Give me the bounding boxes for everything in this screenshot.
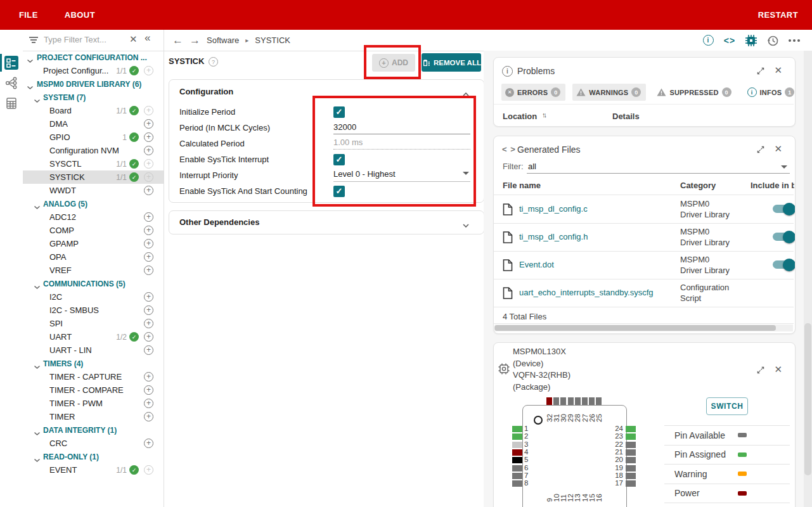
add-instance-icon[interactable]: + xyxy=(144,305,153,315)
tree-item-sysctl[interactable]: SYSCTL1/1✓+ xyxy=(23,157,164,170)
tree-item-timer-capture[interactable]: TIMER - CAPTURE+ xyxy=(23,370,164,383)
restart-button[interactable]: RESTART xyxy=(758,10,798,20)
tree-item-wwdt[interactable]: WWDT+ xyxy=(23,184,164,197)
checkbox-checked[interactable]: ✓ xyxy=(333,106,345,118)
tree-item-timer[interactable]: TIMER+ xyxy=(23,410,164,423)
tree-section-read-only-1[interactable]: READ-ONLY (1) xyxy=(23,450,164,463)
software-view-icon[interactable] xyxy=(4,56,18,70)
add-instance-icon[interactable]: + xyxy=(144,385,153,395)
add-instance-icon[interactable]: + xyxy=(144,239,153,248)
add-instance-icon[interactable]: + xyxy=(144,252,153,262)
include-toggle-on[interactable] xyxy=(773,260,794,269)
file-link[interactable]: ti_msp_dl_config.c xyxy=(519,204,588,214)
chip-warnings[interactable]: WARNINGS0 xyxy=(572,84,646,101)
tree-item-spi[interactable]: SPI+ xyxy=(23,317,164,330)
add-instance-icon[interactable]: + xyxy=(144,186,153,195)
close-icon[interactable]: ✕ xyxy=(774,364,782,375)
file-link[interactable]: ti_msp_dl_config.h xyxy=(519,232,588,241)
about-menu[interactable]: ABOUT xyxy=(65,10,95,20)
collapse-panel-icon[interactable]: « xyxy=(145,32,150,44)
file-link[interactable]: Event.dot xyxy=(519,260,554,269)
tree-item-i2c[interactable]: I2C+ xyxy=(23,290,164,304)
info-icon[interactable]: i xyxy=(702,34,714,47)
add-instance-icon[interactable]: + xyxy=(144,266,153,275)
tree-item-uart-lin[interactable]: UART - LIN+ xyxy=(23,343,164,357)
tree-item-dma[interactable]: DMA+ xyxy=(23,117,164,131)
tree-item-adc12[interactable]: ADC12+ xyxy=(23,210,164,224)
file-link[interactable]: uart_echo_interrupts_standby.syscfg xyxy=(519,288,654,297)
tree-item-project-configur[interactable]: Project Configur...1/1✓+ xyxy=(23,64,164,77)
add-instance-icon[interactable]: + xyxy=(144,399,153,408)
history-icon[interactable] xyxy=(766,34,779,47)
help-icon[interactable]: ? xyxy=(209,57,218,67)
chip-errors[interactable]: ✕ERRORS0 xyxy=(501,84,565,101)
filter-dropdown[interactable]: all xyxy=(528,162,536,171)
tree-item-event[interactable]: EVENT1/1✓+ xyxy=(23,463,164,477)
include-toggle-on[interactable] xyxy=(773,233,794,241)
close-icon[interactable]: ✕ xyxy=(774,143,782,155)
outline-view-icon[interactable] xyxy=(4,76,18,90)
tree-item-board[interactable]: Board1/1✓+ xyxy=(23,104,164,117)
tree-item-vref[interactable]: VREF+ xyxy=(23,264,164,277)
expand-icon[interactable] xyxy=(756,366,765,377)
include-toggle-on[interactable] xyxy=(773,205,794,213)
forward-arrow-icon[interactable]: → xyxy=(190,35,200,46)
remove-all-button[interactable]: REMOVE ALL xyxy=(422,53,481,72)
expand-section-icon[interactable] xyxy=(462,219,470,231)
tree-item-timer-compare[interactable]: TIMER - COMPARE+ xyxy=(23,383,164,397)
code-icon[interactable]: <> xyxy=(723,34,736,47)
add-instance-icon[interactable]: + xyxy=(144,119,153,129)
tree-item-crc[interactable]: CRC+ xyxy=(23,437,164,450)
add-instance-icon[interactable]: + xyxy=(144,319,153,328)
close-icon[interactable]: ✕ xyxy=(774,65,782,76)
search-input[interactable] xyxy=(42,34,126,45)
tree-section-communications-5[interactable]: COMMUNICATIONS (5) xyxy=(23,277,164,290)
tree-item-gpamp[interactable]: GPAMP+ xyxy=(23,237,164,250)
checkbox-checked[interactable]: ✓ xyxy=(333,186,345,197)
tree-item-comp[interactable]: COMP+ xyxy=(23,224,164,237)
tree-section-analog-5[interactable]: ANALOG (5) xyxy=(23,197,164,210)
priority-select[interactable]: Level 0 - Highest xyxy=(333,169,470,182)
sort-icon[interactable]: ↑↓ xyxy=(542,111,545,119)
device-chip-icon[interactable] xyxy=(745,34,757,47)
chip-suppressed[interactable]: SUPPRESSED0 xyxy=(653,84,736,101)
add-instance-icon[interactable]: + xyxy=(144,345,153,355)
vertical-scrollbar[interactable] xyxy=(804,51,812,507)
switch-package-button[interactable]: SWITCH xyxy=(706,397,748,415)
tree-item-timer-pwm[interactable]: TIMER - PWM+ xyxy=(23,397,164,410)
file-menu[interactable]: FILE xyxy=(19,10,38,20)
add-instance-icon[interactable]: + xyxy=(144,226,153,235)
expand-icon[interactable] xyxy=(756,67,765,78)
tree-item-configuration-nvm[interactable]: Configuration NVM+ xyxy=(23,144,164,157)
tree-section-timers-4[interactable]: TIMERS (4) xyxy=(23,357,164,370)
tree-item-opa[interactable]: OPA+ xyxy=(23,250,164,264)
other-dependencies-card[interactable]: Other Dependencies xyxy=(169,210,484,234)
add-instance-icon[interactable]: + xyxy=(144,146,153,155)
back-arrow-icon[interactable]: ← xyxy=(172,35,183,46)
add-instance-icon[interactable]: + xyxy=(144,439,153,448)
tree-section-mspm0-driver-library-6[interactable]: MSPM0 DRIVER LIBRARY (6) xyxy=(23,77,164,91)
tree-item-gpio[interactable]: GPIO1✓+ xyxy=(23,131,164,144)
add-instance-icon[interactable]: + xyxy=(144,372,153,382)
horizontal-scrollbar[interactable] xyxy=(494,324,793,331)
tree-item-systick[interactable]: SYSTICK1/1✓+ xyxy=(23,170,164,184)
collapse-section-icon[interactable] xyxy=(462,88,470,99)
chip-infos[interactable]: iINFOS1 xyxy=(744,84,800,101)
chevron-down-icon[interactable] xyxy=(781,165,787,169)
add-instance-icon[interactable]: + xyxy=(144,332,153,342)
register-view-icon[interactable] xyxy=(4,96,18,110)
add-instance-icon[interactable]: + xyxy=(144,292,153,302)
add-instance-icon[interactable]: + xyxy=(144,212,153,222)
tree-section-data-integrity-1[interactable]: DATA INTEGRITY (1) xyxy=(23,423,164,437)
period-input[interactable] xyxy=(333,122,470,134)
more-vert-icon[interactable] xyxy=(788,34,801,47)
checkbox-checked[interactable]: ✓ xyxy=(333,154,345,165)
location-column-header[interactable]: Location xyxy=(503,112,537,121)
horizontal-scrollbar-thumb[interactable] xyxy=(494,325,776,331)
vertical-scrollbar-thumb[interactable] xyxy=(804,323,811,475)
add-instance-icon[interactable]: + xyxy=(144,132,153,142)
add-instance-icon[interactable]: + xyxy=(144,412,153,421)
tree-item-uart[interactable]: UART1/2✓+ xyxy=(23,330,164,343)
breadcrumb-software[interactable]: Software xyxy=(207,35,239,45)
tree-item-i2c-smbus[interactable]: I2C - SMBUS+ xyxy=(23,304,164,317)
